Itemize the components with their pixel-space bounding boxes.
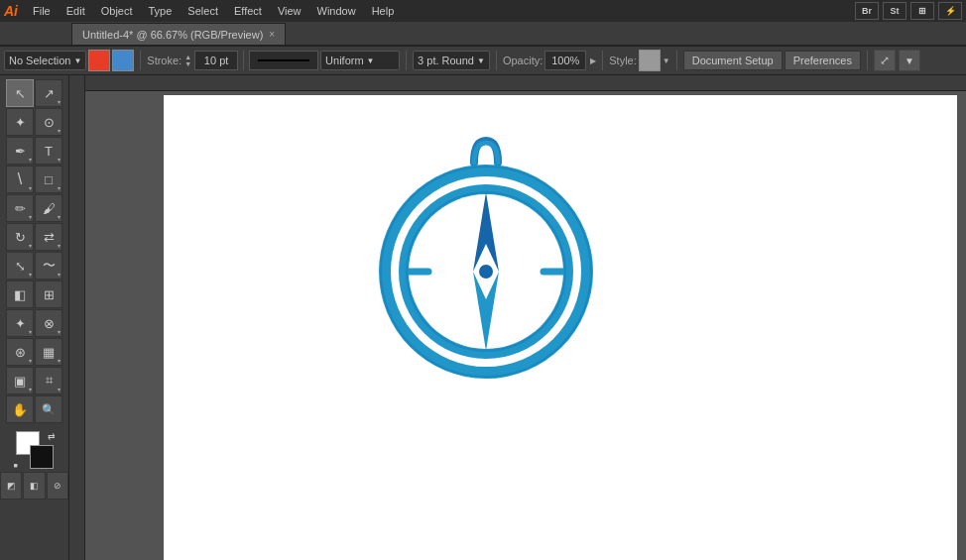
stroke-line-preview[interactable] <box>249 51 318 70</box>
stroke-swatch[interactable] <box>30 445 54 469</box>
paintbrush-tool[interactable]: 🖌▾ <box>35 194 62 222</box>
rotate-tool[interactable]: ↻▾ <box>6 223 34 251</box>
style-group: Style: ▼ <box>609 50 669 71</box>
doc-setup-group: Document Setup Preferences <box>683 51 861 70</box>
ext-icons-group: Br St ⊞ ⚡ <box>855 2 962 20</box>
graph-tool[interactable]: ▦▾ <box>35 338 62 366</box>
tab-title: Untitled-4* @ 66.67% (RGB/Preview) <box>82 29 263 41</box>
none-mode-btn[interactable]: ⊘ <box>47 472 68 500</box>
eyedropper-tool[interactable]: ✦▾ <box>6 309 34 337</box>
svg-point-9 <box>478 264 494 280</box>
style-box[interactable] <box>639 50 661 71</box>
hand-tool[interactable]: ✋ <box>6 395 34 423</box>
ruler-vertical <box>69 75 85 560</box>
menu-file[interactable]: File <box>26 3 58 19</box>
gradient-tool[interactable]: ◧ <box>6 280 34 308</box>
doc-setup-button[interactable]: Document Setup <box>683 51 783 70</box>
lasso-tool[interactable]: ⊙▾ <box>35 108 62 136</box>
style-arrow-icon[interactable]: ▼ <box>663 56 670 65</box>
menu-effect[interactable]: Effect <box>227 3 269 19</box>
color-mode-btn[interactable]: ◩ <box>0 472 22 500</box>
compass-illustration <box>367 125 605 385</box>
menu-window[interactable]: Window <box>310 3 363 19</box>
zoom-tool[interactable]: 🔍 <box>35 395 62 423</box>
blend-tool[interactable]: ⊗▾ <box>35 309 62 337</box>
style-label: Style: <box>609 55 637 66</box>
uniform-label: Uniform <box>325 55 364 66</box>
round-dropdown[interactable]: 3 pt. Round ▼ <box>413 51 490 70</box>
type-tool[interactable]: T▾ <box>35 137 62 165</box>
lightning-icon[interactable]: ⚡ <box>938 2 962 20</box>
swap-colors-icon[interactable]: ⇄ <box>48 431 56 441</box>
scale-tool[interactable]: ⤡▾ <box>6 252 34 280</box>
line-tool[interactable]: \▾ <box>6 166 34 193</box>
opacity-expand-icon[interactable]: ▶ <box>590 56 596 65</box>
selection-dropdown[interactable]: No Selection ▼ <box>4 51 86 70</box>
arrange-icon[interactable]: ⤢ <box>874 50 896 71</box>
shape-tool[interactable]: □▾ <box>35 166 62 193</box>
magic-wand-tool[interactable]: ✦ <box>6 108 34 136</box>
fill-color-box[interactable] <box>88 50 110 71</box>
sep3 <box>406 51 407 70</box>
round-label: 3 pt. Round <box>418 55 474 66</box>
preferences-button[interactable]: Preferences <box>785 51 861 70</box>
sep6 <box>676 51 677 70</box>
tool-panel: ↖ ↗▾ ✦ ⊙▾ ✒▾ T▾ \▾ □▾ ✏▾ 🖌▾ ↻▾ ⇄▾ ⤡▾ 〜▾ … <box>0 75 69 560</box>
opacity-input[interactable] <box>544 51 586 70</box>
uniform-arrow-icon: ▼ <box>367 56 375 65</box>
sep4 <box>496 51 497 70</box>
artboard-tool[interactable]: ▣▾ <box>6 367 34 394</box>
tab-close-button[interactable]: × <box>269 29 275 40</box>
stroke-up-arrow[interactable]: ▲ <box>184 54 191 60</box>
gradient-mode-btn[interactable]: ◧ <box>23 472 45 500</box>
document-tab[interactable]: Untitled-4* @ 66.67% (RGB/Preview) × <box>71 23 286 45</box>
more-icon[interactable]: ▼ <box>899 50 920 71</box>
uniform-dropdown[interactable]: Uniform ▼ <box>320 51 400 70</box>
selection-group: No Selection ▼ <box>4 50 134 71</box>
ruler-horizontal <box>69 75 966 91</box>
mesh-tool[interactable]: ⊞ <box>35 280 62 308</box>
menu-select[interactable]: Select <box>181 3 225 19</box>
symbol-tool[interactable]: ⊛▾ <box>6 338 34 366</box>
toolbar: No Selection ▼ Stroke: ▲ ▼ Uniform ▼ 3 p… <box>0 46 966 75</box>
grid-icon[interactable]: ⊞ <box>910 2 934 20</box>
sep1 <box>140 51 141 70</box>
stroke-group: Stroke: ▲ ▼ Uniform ▼ <box>147 51 400 70</box>
menu-view[interactable]: View <box>271 3 308 19</box>
opacity-group: Opacity: ▶ <box>503 51 596 70</box>
opacity-label: Opacity: <box>503 55 543 66</box>
menu-bar: Ai File Edit Object Type Select Effect V… <box>0 0 966 22</box>
reflect-tool[interactable]: ⇄▾ <box>35 223 62 251</box>
app-logo: Ai <box>4 3 18 19</box>
direct-select-tool[interactable]: ↗▾ <box>35 79 62 107</box>
stroke-down-arrow[interactable]: ▼ <box>184 60 191 67</box>
round-arrow-icon: ▼ <box>477 56 485 65</box>
main-area: ↖ ↗▾ ✦ ⊙▾ ✒▾ T▾ \▾ □▾ ✏▾ 🖌▾ ↻▾ ⇄▾ ⤡▾ 〜▾ … <box>0 75 966 560</box>
color-swatch-area: ⇄ ■ <box>14 431 56 469</box>
menu-type[interactable]: Type <box>142 3 180 19</box>
stroke-line-visual <box>258 59 309 61</box>
compass-svg <box>367 125 605 383</box>
sep2 <box>243 51 244 70</box>
selection-label: No Selection <box>9 55 70 66</box>
round-group: 3 pt. Round ▼ <box>413 51 490 70</box>
menu-edit[interactable]: Edit <box>60 3 92 19</box>
pencil-tool[interactable]: ✏▾ <box>6 194 34 222</box>
canvas-area <box>69 75 966 560</box>
slice-tool[interactable]: ⌗▾ <box>35 367 62 394</box>
stock-icon[interactable]: St <box>883 2 906 20</box>
bridge-icon[interactable]: Br <box>855 2 879 20</box>
pen-tool[interactable]: ✒▾ <box>6 137 34 165</box>
stroke-color-box[interactable] <box>112 50 134 71</box>
stroke-label: Stroke: <box>147 55 181 66</box>
default-colors-icon[interactable]: ■ <box>14 462 18 469</box>
sep5 <box>602 51 603 70</box>
menu-object[interactable]: Object <box>94 3 140 19</box>
select-tool[interactable]: ↖ <box>6 79 34 107</box>
sep7 <box>867 51 868 70</box>
warp-tool[interactable]: 〜▾ <box>35 252 62 280</box>
selection-arrow-icon: ▼ <box>73 56 81 65</box>
stroke-value-input[interactable] <box>194 51 238 70</box>
menu-help[interactable]: Help <box>365 3 402 19</box>
tab-bar: Untitled-4* @ 66.67% (RGB/Preview) × <box>0 22 966 46</box>
